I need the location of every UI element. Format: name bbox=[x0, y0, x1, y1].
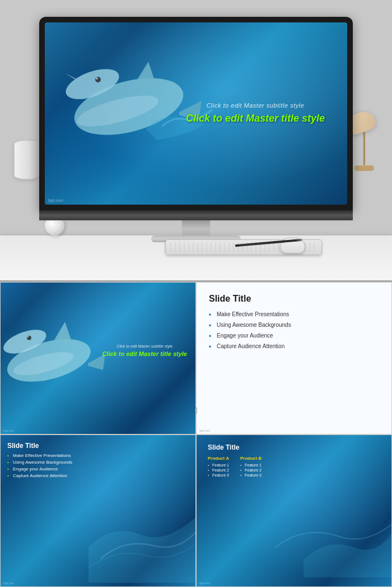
slide2-title: Slide Title bbox=[209, 294, 379, 304]
list-item: Capture Audience Attention bbox=[209, 343, 379, 350]
slide-thumbnail-1[interactable]: Click to edit Master subtitle style Clic… bbox=[0, 282, 196, 435]
svg-point-2 bbox=[95, 77, 101, 82]
dolphin-image bbox=[62, 28, 218, 163]
slide4-product-a: Product A Feature 1 Feature 2 Feature 3 bbox=[208, 456, 229, 478]
list-item: Engage your Audience bbox=[7, 466, 72, 472]
slide3-content: Slide Title Make Effective Presentations… bbox=[7, 442, 72, 480]
slides-grid: Click to edit Master subtitle style Clic… bbox=[0, 280, 392, 587]
monitor-slide-text: Click to edit Master subtitle style Clic… bbox=[186, 102, 325, 125]
lamp-arm bbox=[363, 132, 365, 165]
slide-thumbnail-4[interactable]: Slide Title Product A Feature 1 Feature … bbox=[196, 435, 392, 587]
list-item: Capture Audience Attention bbox=[7, 473, 72, 478]
monitor-stand-neck bbox=[182, 220, 210, 237]
product-b-list: Feature 1 Feature 2 Feature 3 bbox=[240, 463, 262, 477]
imac-monitor: Click to edit Master subtitle style Clic… bbox=[39, 17, 353, 252]
slide-thumbnail-3[interactable]: Slide Title Make Effective Presentations… bbox=[0, 435, 196, 587]
list-item: Feature 2 bbox=[240, 468, 262, 472]
monitor-subtitle: Click to edit Master subtitle style bbox=[186, 102, 325, 109]
product-b-label: Product B bbox=[240, 456, 262, 461]
monitor-fppt: fppt.com bbox=[48, 198, 63, 202]
list-item: Using Awesome Backgrounds bbox=[209, 321, 379, 329]
slide4-columns: Product A Feature 1 Feature 2 Feature 3 … bbox=[208, 456, 383, 478]
slide1-title: Click to edit Master title style bbox=[102, 349, 187, 357]
list-item: Make Effective Presentations bbox=[7, 453, 72, 458]
slide3-water bbox=[88, 496, 195, 586]
slide4-title: Slide Title bbox=[208, 443, 383, 451]
slide1-subtitle: Click to edit Master subtitle style bbox=[102, 344, 187, 348]
list-item: Make Effective Presentations bbox=[209, 311, 379, 318]
list-item: Feature 3 bbox=[208, 473, 229, 477]
list-item: Feature 1 bbox=[240, 463, 262, 467]
slide1-fppt: fppt.com bbox=[3, 429, 14, 432]
slide1-text: Click to edit Master subtitle style Clic… bbox=[102, 344, 187, 357]
svg-point-3 bbox=[96, 77, 98, 80]
monitor-chin:  bbox=[39, 210, 353, 220]
apple-logo-icon:  bbox=[194, 406, 197, 415]
list-item: Feature 2 bbox=[208, 468, 229, 472]
slide3-list: Make Effective Presentations Using Aweso… bbox=[7, 453, 72, 478]
desk-cylinder bbox=[14, 140, 39, 179]
slide2-list: Make Effective Presentations Using Aweso… bbox=[209, 311, 379, 350]
lamp-base bbox=[354, 165, 374, 171]
list-item: Using Awesome Backgrounds bbox=[7, 460, 72, 465]
slide1-dolphin bbox=[3, 285, 110, 414]
product-a-list: Feature 1 Feature 2 Feature 3 bbox=[208, 463, 229, 477]
list-item: Feature 1 bbox=[208, 463, 229, 467]
product-a-label: Product A bbox=[208, 456, 229, 461]
list-item: Feature 3 bbox=[240, 473, 262, 477]
slide3-fppt: fppt.com bbox=[3, 581, 14, 585]
monitor-background: Click to edit Master subtitle style Clic… bbox=[45, 22, 347, 205]
slide4-content: Slide Title Product A Feature 1 Feature … bbox=[208, 443, 383, 478]
svg-point-8 bbox=[27, 336, 29, 338]
monitor-screen: Click to edit Master subtitle style Clic… bbox=[45, 22, 347, 205]
monitor-bezel: Click to edit Master subtitle style Clic… bbox=[39, 17, 353, 210]
slide4-fppt: fppt.com bbox=[199, 581, 210, 585]
slide4-water bbox=[274, 480, 391, 586]
slide2-fppt: fppt.com bbox=[199, 429, 210, 432]
slide-thumbnail-2[interactable]: Slide Title Make Effective Presentations… bbox=[196, 282, 392, 435]
monitor-title: Click to edit Master title style bbox=[186, 112, 325, 125]
list-item: Engage your Audience bbox=[209, 332, 379, 340]
slide3-title: Slide Title bbox=[7, 442, 72, 450]
slide4-product-b: Product B Feature 1 Feature 2 Feature 3 bbox=[240, 456, 262, 478]
imac-section: Click to edit Master subtitle style Clic… bbox=[0, 0, 392, 280]
